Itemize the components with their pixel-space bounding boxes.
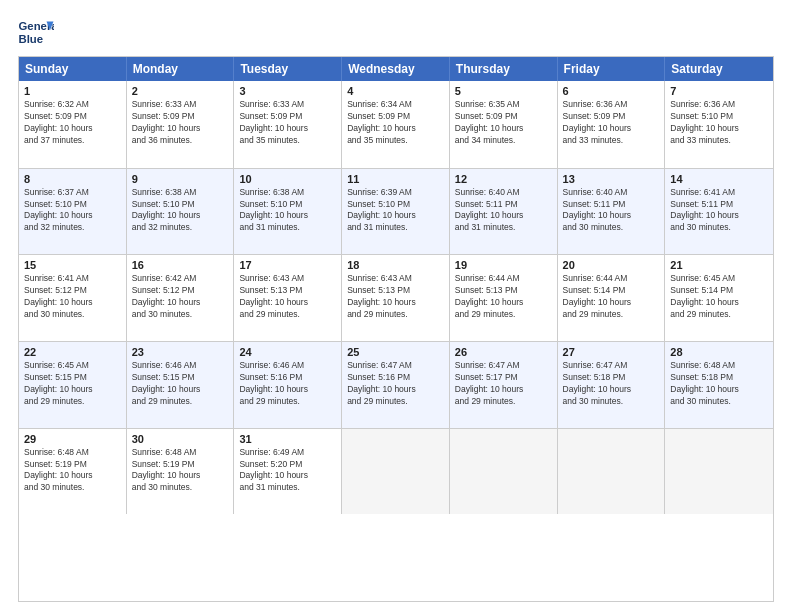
day-cell-14: 14Sunrise: 6:41 AM Sunset: 5:11 PM Dayli… <box>665 169 773 255</box>
day-info: Sunrise: 6:41 AM Sunset: 5:11 PM Dayligh… <box>670 187 768 235</box>
day-cell-26: 26Sunrise: 6:47 AM Sunset: 5:17 PM Dayli… <box>450 342 558 428</box>
day-info: Sunrise: 6:43 AM Sunset: 5:13 PM Dayligh… <box>347 273 444 321</box>
header: General Blue <box>18 18 774 46</box>
header-cell-monday: Monday <box>127 57 235 81</box>
day-info: Sunrise: 6:33 AM Sunset: 5:09 PM Dayligh… <box>239 99 336 147</box>
day-cell-2: 2Sunrise: 6:33 AM Sunset: 5:09 PM Daylig… <box>127 81 235 168</box>
day-number: 15 <box>24 259 121 271</box>
day-info: Sunrise: 6:47 AM Sunset: 5:16 PM Dayligh… <box>347 360 444 408</box>
day-number: 3 <box>239 85 336 97</box>
day-info: Sunrise: 6:38 AM Sunset: 5:10 PM Dayligh… <box>132 187 229 235</box>
page: General Blue SundayMondayTuesdayWednesda… <box>0 0 792 612</box>
day-cell-21: 21Sunrise: 6:45 AM Sunset: 5:14 PM Dayli… <box>665 255 773 341</box>
day-info: Sunrise: 6:43 AM Sunset: 5:13 PM Dayligh… <box>239 273 336 321</box>
day-info: Sunrise: 6:42 AM Sunset: 5:12 PM Dayligh… <box>132 273 229 321</box>
day-cell-5: 5Sunrise: 6:35 AM Sunset: 5:09 PM Daylig… <box>450 81 558 168</box>
day-cell-24: 24Sunrise: 6:46 AM Sunset: 5:16 PM Dayli… <box>234 342 342 428</box>
day-cell-16: 16Sunrise: 6:42 AM Sunset: 5:12 PM Dayli… <box>127 255 235 341</box>
day-info: Sunrise: 6:37 AM Sunset: 5:10 PM Dayligh… <box>24 187 121 235</box>
day-cell-28: 28Sunrise: 6:48 AM Sunset: 5:18 PM Dayli… <box>665 342 773 428</box>
logo: General Blue <box>18 18 54 46</box>
day-info: Sunrise: 6:32 AM Sunset: 5:09 PM Dayligh… <box>24 99 121 147</box>
day-info: Sunrise: 6:34 AM Sunset: 5:09 PM Dayligh… <box>347 99 444 147</box>
day-info: Sunrise: 6:49 AM Sunset: 5:20 PM Dayligh… <box>239 447 336 495</box>
empty-cell <box>665 429 773 515</box>
day-info: Sunrise: 6:45 AM Sunset: 5:15 PM Dayligh… <box>24 360 121 408</box>
day-info: Sunrise: 6:40 AM Sunset: 5:11 PM Dayligh… <box>563 187 660 235</box>
day-number: 4 <box>347 85 444 97</box>
day-info: Sunrise: 6:35 AM Sunset: 5:09 PM Dayligh… <box>455 99 552 147</box>
day-number: 29 <box>24 433 121 445</box>
day-info: Sunrise: 6:33 AM Sunset: 5:09 PM Dayligh… <box>132 99 229 147</box>
day-number: 20 <box>563 259 660 271</box>
header-cell-thursday: Thursday <box>450 57 558 81</box>
day-number: 21 <box>670 259 768 271</box>
day-number: 14 <box>670 173 768 185</box>
day-cell-1: 1Sunrise: 6:32 AM Sunset: 5:09 PM Daylig… <box>19 81 127 168</box>
day-cell-31: 31Sunrise: 6:49 AM Sunset: 5:20 PM Dayli… <box>234 429 342 515</box>
day-info: Sunrise: 6:48 AM Sunset: 5:19 PM Dayligh… <box>132 447 229 495</box>
day-cell-27: 27Sunrise: 6:47 AM Sunset: 5:18 PM Dayli… <box>558 342 666 428</box>
day-number: 16 <box>132 259 229 271</box>
day-number: 30 <box>132 433 229 445</box>
day-number: 28 <box>670 346 768 358</box>
day-cell-12: 12Sunrise: 6:40 AM Sunset: 5:11 PM Dayli… <box>450 169 558 255</box>
day-cell-25: 25Sunrise: 6:47 AM Sunset: 5:16 PM Dayli… <box>342 342 450 428</box>
day-info: Sunrise: 6:46 AM Sunset: 5:15 PM Dayligh… <box>132 360 229 408</box>
day-cell-20: 20Sunrise: 6:44 AM Sunset: 5:14 PM Dayli… <box>558 255 666 341</box>
week-row-4: 22Sunrise: 6:45 AM Sunset: 5:15 PM Dayli… <box>19 341 773 428</box>
week-row-1: 1Sunrise: 6:32 AM Sunset: 5:09 PM Daylig… <box>19 81 773 168</box>
day-number: 26 <box>455 346 552 358</box>
day-number: 24 <box>239 346 336 358</box>
day-cell-11: 11Sunrise: 6:39 AM Sunset: 5:10 PM Dayli… <box>342 169 450 255</box>
day-cell-23: 23Sunrise: 6:46 AM Sunset: 5:15 PM Dayli… <box>127 342 235 428</box>
day-number: 31 <box>239 433 336 445</box>
calendar-body: 1Sunrise: 6:32 AM Sunset: 5:09 PM Daylig… <box>19 81 773 601</box>
empty-cell <box>342 429 450 515</box>
calendar-header: SundayMondayTuesdayWednesdayThursdayFrid… <box>19 57 773 81</box>
day-cell-8: 8Sunrise: 6:37 AM Sunset: 5:10 PM Daylig… <box>19 169 127 255</box>
day-number: 9 <box>132 173 229 185</box>
day-number: 25 <box>347 346 444 358</box>
day-number: 5 <box>455 85 552 97</box>
day-info: Sunrise: 6:38 AM Sunset: 5:10 PM Dayligh… <box>239 187 336 235</box>
day-info: Sunrise: 6:44 AM Sunset: 5:13 PM Dayligh… <box>455 273 552 321</box>
day-number: 13 <box>563 173 660 185</box>
day-number: 1 <box>24 85 121 97</box>
week-row-3: 15Sunrise: 6:41 AM Sunset: 5:12 PM Dayli… <box>19 254 773 341</box>
logo-icon: General Blue <box>18 18 54 46</box>
day-cell-9: 9Sunrise: 6:38 AM Sunset: 5:10 PM Daylig… <box>127 169 235 255</box>
day-info: Sunrise: 6:36 AM Sunset: 5:10 PM Dayligh… <box>670 99 768 147</box>
day-cell-7: 7Sunrise: 6:36 AM Sunset: 5:10 PM Daylig… <box>665 81 773 168</box>
day-cell-17: 17Sunrise: 6:43 AM Sunset: 5:13 PM Dayli… <box>234 255 342 341</box>
empty-cell <box>558 429 666 515</box>
day-number: 22 <box>24 346 121 358</box>
day-number: 11 <box>347 173 444 185</box>
day-info: Sunrise: 6:48 AM Sunset: 5:19 PM Dayligh… <box>24 447 121 495</box>
header-cell-wednesday: Wednesday <box>342 57 450 81</box>
day-info: Sunrise: 6:47 AM Sunset: 5:18 PM Dayligh… <box>563 360 660 408</box>
header-cell-friday: Friday <box>558 57 666 81</box>
day-number: 17 <box>239 259 336 271</box>
day-number: 23 <box>132 346 229 358</box>
header-cell-tuesday: Tuesday <box>234 57 342 81</box>
day-number: 10 <box>239 173 336 185</box>
day-info: Sunrise: 6:41 AM Sunset: 5:12 PM Dayligh… <box>24 273 121 321</box>
day-number: 8 <box>24 173 121 185</box>
day-cell-13: 13Sunrise: 6:40 AM Sunset: 5:11 PM Dayli… <box>558 169 666 255</box>
day-cell-10: 10Sunrise: 6:38 AM Sunset: 5:10 PM Dayli… <box>234 169 342 255</box>
day-cell-6: 6Sunrise: 6:36 AM Sunset: 5:09 PM Daylig… <box>558 81 666 168</box>
week-row-5: 29Sunrise: 6:48 AM Sunset: 5:19 PM Dayli… <box>19 428 773 515</box>
day-info: Sunrise: 6:40 AM Sunset: 5:11 PM Dayligh… <box>455 187 552 235</box>
day-cell-22: 22Sunrise: 6:45 AM Sunset: 5:15 PM Dayli… <box>19 342 127 428</box>
day-number: 18 <box>347 259 444 271</box>
calendar: SundayMondayTuesdayWednesdayThursdayFrid… <box>18 56 774 602</box>
day-cell-18: 18Sunrise: 6:43 AM Sunset: 5:13 PM Dayli… <box>342 255 450 341</box>
svg-text:Blue: Blue <box>19 33 44 45</box>
day-info: Sunrise: 6:47 AM Sunset: 5:17 PM Dayligh… <box>455 360 552 408</box>
empty-cell <box>450 429 558 515</box>
day-cell-19: 19Sunrise: 6:44 AM Sunset: 5:13 PM Dayli… <box>450 255 558 341</box>
day-number: 7 <box>670 85 768 97</box>
day-number: 27 <box>563 346 660 358</box>
day-number: 19 <box>455 259 552 271</box>
